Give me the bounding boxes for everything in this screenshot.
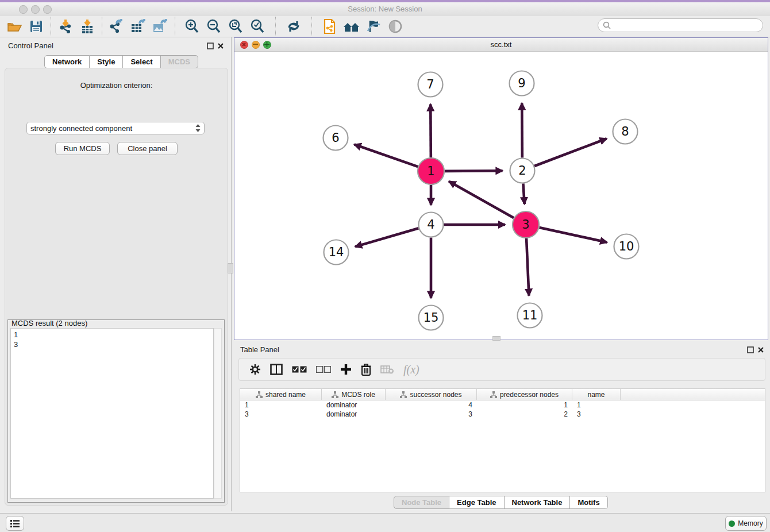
export-image-button[interactable] (149, 16, 171, 37)
graph-node-11[interactable]: 11 (518, 303, 542, 328)
panel-divider-handle[interactable] (228, 263, 233, 273)
graph-node-6[interactable]: 6 (324, 126, 348, 151)
column-header-label: name (587, 391, 605, 399)
select-all-icon[interactable] (292, 366, 307, 373)
column-header-successor-nodes[interactable]: successor nodes (386, 389, 477, 400)
column-header-MCDS-role[interactable]: MCDS role (322, 389, 386, 400)
float-panel-icon[interactable] (207, 43, 214, 49)
criterion-select[interactable]: strongly connected component (26, 122, 205, 134)
graph-edge-2-3[interactable] (523, 183, 524, 204)
graph-node-7[interactable]: 7 (418, 72, 443, 97)
graph-node-1[interactable]: 1 (418, 158, 444, 184)
tab-style[interactable]: Style (90, 55, 123, 68)
zoom-in-button[interactable] (181, 16, 203, 37)
cell-1-name[interactable]: 1 (572, 400, 621, 410)
apply-layout-button[interactable] (283, 16, 305, 37)
control-panel-title: Control Panel (8, 41, 53, 50)
cell-1-shared-name[interactable]: 1 (240, 400, 322, 410)
open-file-button[interactable] (3, 16, 25, 37)
graph-node-15[interactable]: 15 (419, 306, 444, 330)
graph-node-10[interactable]: 10 (614, 234, 639, 259)
deselect-all-icon[interactable] (316, 366, 331, 373)
graph-edge-3-10[interactable] (539, 228, 607, 242)
graph-node-8[interactable]: 8 (613, 119, 638, 144)
hide-selected-button[interactable] (363, 16, 384, 37)
cell-2-predecessor-nodes[interactable]: 2 (477, 410, 572, 419)
graph-canvas[interactable]: 1234678910111415 (234, 52, 768, 340)
network-close-x-icon (242, 43, 246, 47)
tab-network-table[interactable]: Network Table (505, 496, 571, 509)
network-window-titlebar[interactable]: scc.txt (234, 38, 768, 52)
tab-motifs[interactable]: Motifs (570, 496, 607, 509)
tab-mcds[interactable]: MCDS (161, 55, 198, 68)
cell-2-shared-name[interactable]: 3 (240, 410, 322, 419)
table-float-panel-icon[interactable] (747, 346, 754, 353)
close-panel-button[interactable]: Close panel (117, 142, 178, 155)
add-column-icon[interactable] (340, 364, 352, 375)
graph-edge-1-6[interactable] (355, 144, 418, 167)
cell-1-predecessor-nodes[interactable]: 1 (477, 400, 572, 410)
tab-node-table[interactable]: Node Table (394, 496, 449, 509)
zoom-selected-button[interactable] (247, 16, 268, 37)
apply-layout-icon (287, 20, 301, 33)
cell-1-successor-nodes[interactable]: 4 (386, 400, 477, 410)
zoom-fit-button[interactable] (225, 16, 247, 37)
export-network-button[interactable] (106, 16, 128, 37)
graph-edge-3-11[interactable] (526, 238, 529, 296)
graph-node-label-6: 6 (332, 131, 339, 145)
column-header-predecessor-nodes[interactable]: predecessor nodes (477, 389, 572, 400)
graph-node-4[interactable]: 4 (419, 213, 444, 237)
network-window-title: scc.txt (234, 38, 768, 51)
cell-1-MCDS-role[interactable]: dominator (322, 400, 386, 410)
graph-edge-1-7[interactable] (430, 104, 431, 157)
save-session-button[interactable] (25, 16, 47, 37)
column-visibility-icon[interactable] (270, 364, 283, 375)
table-row-2[interactable]: 3dominator323 (240, 410, 765, 419)
graph-node-3[interactable]: 3 (513, 211, 539, 238)
network-minimize-button[interactable] (252, 41, 260, 49)
export-table-button[interactable] (128, 16, 149, 37)
graph-edge-2-8[interactable] (534, 138, 607, 166)
import-table-button[interactable] (76, 16, 98, 37)
memory-button[interactable]: Memory (725, 516, 767, 531)
import-network-button[interactable] (55, 16, 76, 37)
close-panel-icon[interactable] (217, 43, 224, 49)
cell-2-successor-nodes[interactable]: 3 (386, 410, 477, 419)
first-neighbors-button[interactable] (341, 16, 363, 37)
delete-column-icon[interactable] (361, 364, 371, 376)
graph-node-9[interactable]: 9 (510, 71, 534, 96)
graph-edge-4-14[interactable] (355, 228, 418, 246)
graph-node-14[interactable]: 14 (324, 240, 349, 265)
zoom-selected-icon (250, 19, 265, 34)
gear-icon[interactable] (249, 364, 261, 375)
new-network-from-selection-button[interactable] (319, 16, 341, 37)
mcds-result-textarea[interactable]: 1 3 (10, 328, 214, 499)
table-close-panel-icon[interactable] (757, 346, 764, 353)
column-header-label: predecessor nodes (500, 391, 559, 399)
mcds-result-scrollbar[interactable] (214, 328, 222, 499)
cell-2-MCDS-role[interactable]: dominator (322, 410, 386, 419)
cell-2-name[interactable]: 3 (572, 410, 621, 419)
show-all-button[interactable] (384, 16, 406, 37)
graph-edge-1-2[interactable] (445, 171, 503, 171)
tab-edge-table[interactable]: Edge Table (449, 496, 504, 509)
network-zoom-plus-icon (264, 42, 270, 47)
graph-edge-3-1[interactable] (449, 182, 514, 218)
zoom-out-button[interactable] (203, 16, 225, 37)
tab-select[interactable]: Select (123, 55, 160, 68)
graph-edge-2-9[interactable] (522, 103, 522, 157)
search-field[interactable] (598, 18, 763, 32)
graph-node-2[interactable]: 2 (510, 159, 535, 183)
column-type-icon (490, 391, 497, 398)
function-builder-icon[interactable]: f(x) (403, 363, 419, 376)
run-mcds-button[interactable]: Run MCDS (55, 142, 110, 155)
network-window-resize-handle[interactable] (492, 336, 500, 341)
table-row-1[interactable]: 1dominator411 (240, 400, 765, 410)
column-header-shared-name[interactable]: shared name (240, 389, 322, 400)
graph-node-label-4: 4 (427, 218, 434, 232)
column-header-name[interactable]: name (572, 389, 621, 400)
task-history-button[interactable] (6, 516, 24, 531)
search-input[interactable] (611, 21, 763, 30)
tab-network[interactable]: Network (44, 55, 90, 68)
delete-table-icon[interactable] (380, 365, 394, 374)
